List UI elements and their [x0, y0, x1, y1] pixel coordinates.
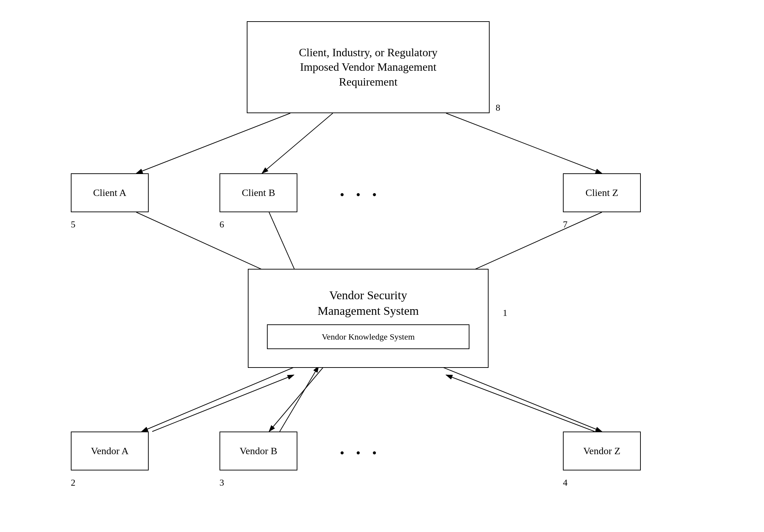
client-dots: • • •: [340, 187, 381, 202]
label-1: 1: [503, 308, 507, 318]
svg-line-5: [136, 212, 276, 276]
vendor-z-box: Vendor Z: [563, 432, 641, 470]
label-7: 7: [563, 219, 568, 230]
vendor-b-text: Vendor B: [240, 445, 278, 457]
svg-line-6: [269, 212, 297, 276]
svg-line-13: [446, 375, 595, 432]
vsms-box: Vendor Security Management System Vendor…: [248, 269, 489, 368]
client-z-box: Client Z: [563, 173, 641, 212]
vendor-a-box: Vendor A: [71, 432, 149, 470]
client-a-text: Client A: [93, 186, 126, 199]
label-4: 4: [563, 478, 568, 488]
svg-line-4: [446, 113, 602, 173]
svg-line-10: [280, 366, 319, 432]
label-6: 6: [219, 219, 224, 230]
label-3: 3: [219, 478, 224, 488]
vsms-title: Vendor Security Management System: [318, 288, 419, 319]
label-2: 2: [71, 478, 75, 488]
vendor-a-text: Vendor A: [91, 445, 129, 457]
client-z-text: Client Z: [586, 186, 618, 199]
svg-line-3: [262, 113, 333, 173]
client-a-box: Client A: [71, 173, 149, 212]
label-8: 8: [496, 103, 500, 113]
client-b-text: Client B: [242, 186, 275, 199]
svg-line-11: [435, 364, 602, 432]
vendor-dots: • • •: [340, 446, 381, 461]
svg-line-8: [142, 364, 301, 432]
svg-line-12: [152, 375, 294, 432]
requirement-text: Client, Industry, or Regulatory Imposed …: [299, 45, 438, 89]
vendor-b-box: Vendor B: [219, 432, 297, 470]
vks-box: Vendor Knowledge System: [267, 324, 469, 349]
svg-line-2: [136, 113, 290, 173]
requirement-box: Client, Industry, or Regulatory Imposed …: [247, 21, 490, 113]
svg-line-7: [460, 212, 602, 276]
label-5: 5: [71, 219, 75, 230]
vks-text: Vendor Knowledge System: [322, 331, 415, 342]
client-b-box: Client B: [219, 173, 297, 212]
diagram: Client, Industry, or Regulatory Imposed …: [0, 0, 764, 532]
vendor-z-text: Vendor Z: [583, 445, 621, 457]
